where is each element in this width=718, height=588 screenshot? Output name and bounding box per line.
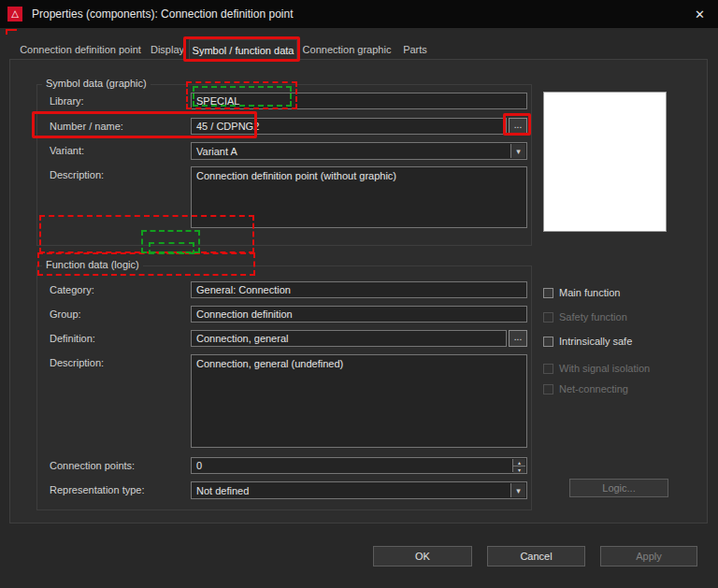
library-label: Library: bbox=[50, 95, 84, 107]
definition-input[interactable]: Connection, general bbox=[191, 330, 507, 347]
function-data-group-title: Function data (logic) bbox=[42, 259, 143, 270]
tab-symbol-function-data[interactable]: Symbol / function data bbox=[189, 39, 297, 60]
apply-button[interactable]: Apply bbox=[600, 546, 697, 566]
group-label: Group: bbox=[50, 308, 81, 320]
spinner-buttons: ▴ ▾ bbox=[512, 459, 525, 472]
logic-button[interactable]: Logic... bbox=[569, 479, 668, 497]
tab-page: Symbol data (graphic) Library: SPECIAL N… bbox=[9, 59, 708, 523]
definition-label: Definition: bbox=[50, 333, 95, 344]
checkbox-icon[interactable] bbox=[543, 337, 553, 347]
tab-connection-graphic[interactable]: Connection graphic bbox=[297, 39, 396, 59]
function-description-input[interactable]: Connection, general (undefined) bbox=[191, 354, 527, 448]
close-icon[interactable]: ✕ bbox=[695, 0, 705, 28]
category-label: Category: bbox=[50, 284, 94, 295]
ok-button[interactable]: OK bbox=[373, 546, 472, 566]
checkbox-intrinsically-safe[interactable]: Intrinsically safe bbox=[543, 336, 632, 347]
number-name-browse-button[interactable]: ... bbox=[509, 118, 527, 135]
checkbox-icon[interactable] bbox=[543, 288, 553, 298]
tab-parts[interactable]: Parts bbox=[396, 39, 434, 59]
symbol-description-label: Description: bbox=[50, 169, 104, 180]
checkbox-main-function[interactable]: Main function bbox=[543, 287, 620, 298]
checkbox-icon bbox=[543, 312, 553, 323]
connection-points-stepper[interactable]: 0 ▴ ▾ bbox=[191, 457, 527, 474]
connection-points-label: Connection points: bbox=[50, 460, 135, 471]
library-input[interactable]: SPECIAL bbox=[191, 93, 527, 109]
symbol-preview bbox=[543, 92, 667, 232]
spinner-up-icon[interactable]: ▴ bbox=[513, 459, 525, 466]
number-name-label: Number / name: bbox=[50, 121, 123, 132]
app-logo-icon: △ bbox=[7, 7, 22, 22]
checkbox-label: Main function bbox=[559, 287, 620, 298]
window-title: Properties (components): Connection defi… bbox=[32, 7, 294, 21]
cancel-button[interactable]: Cancel bbox=[487, 546, 585, 566]
checkbox-label: Safety function bbox=[559, 311, 627, 323]
symbol-description-input[interactable]: Connection definition point (without gra… bbox=[191, 166, 527, 228]
variant-label: Variant: bbox=[50, 145, 84, 156]
symbol-data-group-title: Symbol data (graphic) bbox=[42, 78, 151, 89]
checkbox-label: Intrinsically safe bbox=[559, 336, 632, 347]
function-description-label: Description: bbox=[50, 357, 104, 368]
checkbox-label: With signal isolation bbox=[559, 363, 650, 374]
representation-type-select[interactable]: Not defined ▾ bbox=[191, 481, 527, 499]
category-input[interactable]: General: Connection bbox=[191, 281, 527, 298]
number-name-input[interactable]: 45 / CDPNG2 bbox=[191, 118, 507, 135]
representation-type-label: Representation type: bbox=[50, 484, 145, 495]
chevron-down-icon[interactable]: ▾ bbox=[510, 483, 525, 497]
representation-type-value: Not defined bbox=[196, 485, 249, 496]
definition-browse-button[interactable]: ... bbox=[509, 330, 527, 347]
checkbox-safety-function: Safety function bbox=[543, 311, 627, 323]
variant-select[interactable]: Variant A ▾ bbox=[191, 142, 527, 160]
spinner-down-icon[interactable]: ▾ bbox=[513, 466, 525, 473]
checkbox-with-signal-isolation: With signal isolation bbox=[543, 363, 650, 374]
tab-connection-definition-point[interactable]: Connection definition point bbox=[15, 39, 146, 59]
title-bar: △ Properties (components): Connection de… bbox=[0, 0, 718, 28]
variant-value: Variant A bbox=[196, 146, 237, 157]
checkbox-icon bbox=[543, 364, 553, 374]
tab-display[interactable]: Display bbox=[146, 39, 189, 59]
checkbox-icon bbox=[543, 384, 553, 394]
connection-points-value: 0 bbox=[196, 460, 202, 471]
annotation-corner-mark bbox=[6, 29, 17, 35]
checkbox-net-connecting: Net-connecting bbox=[543, 383, 628, 394]
chevron-down-icon[interactable]: ▾ bbox=[510, 144, 525, 158]
group-input[interactable]: Connection definition bbox=[191, 306, 527, 323]
checkbox-label: Net-connecting bbox=[559, 383, 628, 394]
